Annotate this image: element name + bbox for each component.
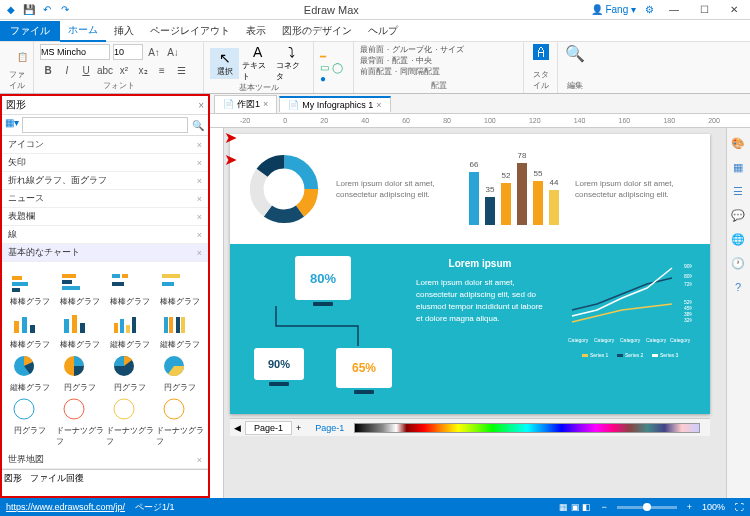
cat-news[interactable]: ニュース× (2, 190, 208, 208)
super-button[interactable]: x² (116, 62, 132, 78)
shape-item[interactable]: 棒棒グラフ (156, 266, 204, 307)
font-size-select[interactable] (113, 44, 143, 60)
page-tab[interactable]: Page-1 (245, 421, 292, 435)
decrease-font-icon[interactable]: A↓ (165, 44, 181, 60)
group-btn[interactable]: グループ化 (392, 44, 432, 55)
send-back[interactable]: 最背面 (360, 55, 384, 66)
cat-basic-chart[interactable]: 基本的なチャート× (2, 244, 208, 262)
menu-insert[interactable]: 挿入 (106, 21, 142, 41)
select-tool[interactable]: ↖選択 (210, 48, 239, 79)
help-icon[interactable]: ? (729, 278, 747, 296)
line-style-icon[interactable]: ━ (320, 51, 347, 62)
text-tool[interactable]: Aテキスト (242, 44, 273, 82)
svg-rect-1 (12, 282, 28, 286)
shape-item[interactable]: ドーナツグラフ (106, 395, 154, 447)
size-btn[interactable]: サイズ (440, 44, 464, 55)
list-icon[interactable]: ☰ (729, 182, 747, 200)
shape-dropdown[interactable]: ▭ ◯ (320, 62, 347, 73)
undo-icon[interactable]: ↶ (40, 3, 54, 17)
shape-item[interactable]: 棒棒グラフ (56, 266, 104, 307)
shape-lib-icon[interactable]: ▦▾ (4, 117, 20, 133)
zoom-value[interactable]: 100% (702, 502, 725, 512)
zoom-out[interactable]: − (601, 502, 606, 512)
bold-button[interactable]: B (40, 62, 56, 78)
view-mode-icon[interactable]: ▦ ▣ ◧ (559, 502, 591, 512)
shape-item[interactable]: 円グラフ (56, 352, 104, 393)
connector-tool[interactable]: ⤵コネクタ (276, 44, 307, 82)
shape-item[interactable]: 棒棒グラフ (6, 266, 54, 307)
fill-icon[interactable]: ● (320, 73, 347, 84)
menu-help[interactable]: ヘルプ (360, 21, 406, 41)
cat-linechart[interactable]: 折れ線グラフ、面グラフ× (2, 172, 208, 190)
save-icon[interactable]: 💾 (22, 3, 36, 17)
menu-home[interactable]: ホーム (60, 20, 106, 42)
svg-text:Series 3: Series 3 (660, 352, 679, 358)
bullets-button[interactable]: ≡ (154, 62, 170, 78)
shape-item[interactable]: 縦棒グラフ (106, 309, 154, 350)
status-url[interactable]: https://www.edrawsoft.com/jp/ (6, 502, 125, 512)
svg-rect-17 (114, 323, 118, 333)
maximize-button[interactable]: ☐ (692, 2, 716, 18)
center-btn[interactable]: 中央 (416, 55, 432, 66)
increase-font-icon[interactable]: A↑ (146, 44, 162, 60)
font-name-select[interactable] (40, 44, 110, 60)
shape-item[interactable]: 円グラフ (106, 352, 154, 393)
cat-worldmap[interactable]: 世界地図× (2, 451, 208, 469)
align-button[interactable]: ☰ (173, 62, 189, 78)
layers-icon[interactable]: ▦ (729, 158, 747, 176)
shape-item[interactable]: 縦棒グラフ (156, 309, 204, 350)
strike-button[interactable]: abc (97, 62, 113, 78)
underline-button[interactable]: U (78, 62, 94, 78)
close-icon[interactable]: × (198, 100, 204, 111)
fit-icon[interactable]: ⛶ (735, 502, 744, 512)
shape-search-input[interactable] (22, 117, 188, 133)
zoom-slider[interactable] (617, 506, 677, 509)
shape-item[interactable]: 棒棒グラフ (106, 266, 154, 307)
app-icon: ◆ (4, 3, 18, 17)
menu-pagelayout[interactable]: ページレイアウト (142, 21, 238, 41)
cloud-icon[interactable]: 🌐 (729, 230, 747, 248)
user-menu[interactable]: 👤 Fang ▾ (591, 4, 636, 15)
italic-button[interactable]: I (59, 62, 75, 78)
page-tab-2[interactable]: Page-1 (315, 423, 344, 433)
zoom-in[interactable]: + (687, 502, 692, 512)
menu-shapedesign[interactable]: 図形のデザイン (274, 21, 360, 41)
sheet-prev[interactable]: ◀ (234, 423, 241, 433)
forward-btn[interactable]: 前面配置 (360, 66, 392, 77)
cat-titleblock[interactable]: 表題欄× (2, 208, 208, 226)
clock-icon[interactable]: 🕐 (729, 254, 747, 272)
shape-item[interactable]: ドーナツグラフ (156, 395, 204, 447)
redo-icon[interactable]: ↷ (58, 3, 72, 17)
close-button[interactable]: ✕ (722, 2, 746, 18)
menu-view[interactable]: 表示 (238, 21, 274, 41)
style-icon[interactable]: 🅰 (533, 44, 549, 62)
sub-button[interactable]: x₂ (135, 62, 151, 78)
shape-item[interactable]: 棒棒グラフ (56, 309, 104, 350)
doc-tab-2[interactable]: 📄My Infographics 1× (279, 96, 390, 112)
shape-item[interactable]: 円グラフ (156, 352, 204, 393)
cat-icons[interactable]: アイコン× (2, 136, 208, 154)
doc-tab-1[interactable]: 📄作図1× (214, 95, 277, 113)
shape-item[interactable]: 円グラフ (6, 395, 54, 447)
gear-icon[interactable]: ⚙ (642, 3, 656, 17)
color-palette[interactable] (354, 423, 700, 433)
search-icon[interactable]: 🔍 (190, 117, 206, 133)
file-recovery-tab[interactable]: ファイル回復 (30, 472, 84, 485)
distribute-btn[interactable]: 同間隔配置 (400, 66, 440, 77)
shape-item[interactable]: ドーナツグラフ (56, 395, 104, 447)
bring-front[interactable]: 最前面 (360, 44, 384, 55)
file-menu[interactable]: ファイル (0, 21, 60, 41)
comment-icon[interactable]: 💬 (729, 206, 747, 224)
minimize-button[interactable]: — (662, 2, 686, 18)
page[interactable]: Lorem ipsum dolor sit amet, consectetur … (230, 134, 710, 414)
canvas[interactable]: ➤ ➤ Lorem ipsum dolor sit amet, consecte… (224, 128, 726, 498)
align-btn[interactable]: 配置 (392, 55, 408, 66)
add-page[interactable]: + (296, 423, 301, 433)
shapes-tab[interactable]: 図形 (4, 472, 22, 485)
shape-item[interactable]: 縦棒グラフ (6, 352, 54, 393)
shape-item[interactable]: 棒棒グラフ (6, 309, 54, 350)
cat-lines[interactable]: 線× (2, 226, 208, 244)
edit-icon[interactable]: 🔍 (565, 44, 585, 63)
cat-arrows[interactable]: 矢印× (2, 154, 208, 172)
theme-icon[interactable]: 🎨 (729, 134, 747, 152)
